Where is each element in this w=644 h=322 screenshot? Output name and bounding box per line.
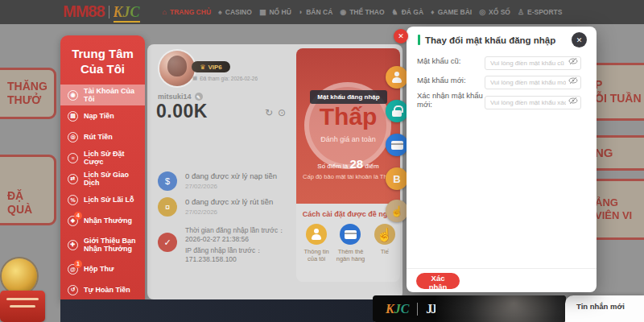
crown-icon: ♛ (200, 64, 205, 71)
nav-item-fishing[interactable]: ◗ BẮN CÁ (299, 8, 333, 16)
mascot-label[interactable] (0, 291, 45, 322)
account-icon: ◉ (68, 90, 78, 101)
quick-person-icon[interactable] (386, 66, 408, 89)
gold-pot-mascot[interactable] (2, 258, 37, 294)
jj-logo: JJ (426, 302, 436, 316)
nav-item-cockfight[interactable]: ♞ ĐÁ GÀ (392, 8, 423, 16)
piggy-bank-icon: $ (158, 171, 177, 191)
nav-item-lottery[interactable]: ◎ XỔ SỐ (479, 8, 510, 16)
sidebar-item-mailbox[interactable]: @ 1 Hộp Thư (60, 258, 145, 279)
esports-icon: ♙ (518, 8, 524, 16)
username-row: mitsuki14 ✎ (158, 93, 203, 101)
promo-banner-left-1[interactable]: THĂNG THƯỞ (0, 68, 56, 119)
withdraw-icon: ◎ (68, 132, 78, 142)
shield-check-icon: ✓ (158, 233, 177, 252)
confirm-button[interactable]: Xác nhận (416, 273, 460, 289)
sidebar-item-deposit[interactable]: ▤ Nạp Tiền (60, 105, 145, 126)
promo-banner-left-2[interactable]: ĐẶ QUÀ (0, 155, 56, 225)
nav-item-sports[interactable]: ◉ THỂ THAO (340, 8, 384, 16)
promo-text: THƯỞ (7, 93, 54, 107)
security-suggestions: Cách cài đặt được đề nghị Thông tin của … (296, 204, 400, 282)
toggle-balance-visibility-icon[interactable]: ⊙ (278, 107, 286, 118)
new-message-title: Tin nhắn mới (576, 302, 644, 311)
nav-item-slots[interactable]: ▦ NỔ HŨ (259, 8, 291, 16)
logo-divider (109, 6, 109, 19)
security-panel-gradient: Mật khẩu đăng nhập Thấp Đánh giá an toàn… (296, 48, 400, 204)
footer-strip (60, 299, 374, 322)
security-score-line: Số điểm là 28 điểm (296, 157, 400, 171)
main-nav: ⌂ TRANG CHỦ ♠ CASINO ▦ NỔ HŨ ◗ BẮN CÁ ◉ … (163, 8, 563, 16)
user-avatar[interactable] (159, 51, 195, 86)
security-level-line: Cấp độ bảo mật tài khoản là Thấp (296, 173, 400, 180)
footer-kjc-banner[interactable]: KJC JJ (373, 295, 566, 322)
person-icon (306, 224, 327, 245)
security-level-text: Thấp (296, 103, 400, 130)
balance-amount: 0.00K (156, 101, 208, 122)
confirm-password-row: Xác nhận mật khẩu mới: (417, 93, 586, 107)
sidebar-item-rebate[interactable]: ↺ Tự Hoàn Tiền (60, 279, 145, 300)
quick-coin-icon[interactable]: B (386, 167, 408, 190)
nav-item-esports[interactable]: ♙ E-SPORTS (518, 8, 563, 16)
player-photo (436, 295, 566, 322)
confirm-password-label: Xác nhận mật khẩu mới: (417, 91, 485, 109)
refresh-balance-icon[interactable]: ↻ (265, 107, 273, 118)
old-password-row: Mật khẩu cũ: (417, 53, 586, 68)
bank-card-icon (340, 224, 361, 245)
vip-badge: ♛ VIP6 (192, 61, 230, 72)
promo-text: THĂNG (7, 80, 54, 93)
nav-label: ĐÁ GÀ (402, 8, 423, 16)
last-login-ip: IP đăng nhập lần trước： 171.238.158.100 (185, 246, 298, 264)
edit-username-icon[interactable]: ✎ (195, 93, 203, 101)
modal-close-icon[interactable]: ✕ (572, 32, 587, 47)
new-password-input[interactable] (485, 76, 581, 89)
nav-label: E-SPORTS (527, 8, 562, 16)
vip-level-text: VIP6 (208, 64, 221, 71)
old-password-input[interactable] (485, 56, 581, 70)
site-logo[interactable]: MM88 KJC (63, 2, 140, 23)
sidebar-menu: ◉ Tài Khoản Của Tôi ▤ Nạp Tiền ◎ Rút Tiề… (60, 85, 145, 300)
nav-label: THỂ THAO (349, 8, 384, 16)
action-add-bank-card[interactable]: Thêm thẻ ngân hàng (335, 224, 365, 262)
promo-text: P (595, 78, 644, 92)
quick-bank-card-icon[interactable] (386, 134, 408, 156)
nav-label: XỔ SỐ (489, 8, 510, 16)
reward-badge: 4 (74, 212, 82, 220)
balance-tools: ↻ ⊙ (265, 107, 286, 118)
sidebar-item-bet-history[interactable]: ≡ Lịch Sử Đặt Cược (60, 147, 145, 168)
bet-history-icon: ≡ (68, 153, 78, 163)
confirm-password-input[interactable] (485, 96, 581, 109)
modal-header: Thay đổi mật khẩu đăng nhập (418, 35, 555, 45)
modal-outer-close-icon[interactable]: ✕ (394, 29, 408, 43)
promo-text: NG (595, 146, 644, 160)
sidebar-item-transaction-history[interactable]: ⇄ Lịch Sử Giao Dịch (60, 168, 145, 189)
nav-item-casino[interactable]: ♠ CASINO (218, 8, 252, 16)
sidebar-item-rewards[interactable]: ◈ 4 Nhận Thưởng (60, 210, 145, 231)
change-password-modal: Thay đổi mật khẩu đăng nhập ✕ Mật khẩu c… (407, 27, 597, 292)
eye-slash-icon[interactable] (568, 76, 578, 85)
title-accent-bar (418, 35, 420, 45)
quick-hand-icon[interactable]: ☝ (386, 200, 408, 222)
new-message-card[interactable]: Tin nhắn mới (565, 295, 644, 322)
withdraw-status-text: 0 đang được xử lý rút tiền (185, 197, 273, 206)
sidebar-item-my-account[interactable]: ◉ Tài Khoản Của Tôi (60, 85, 145, 105)
last-login-row: ✓ Thời gian đăng nhập lần trước： 2026-02… (158, 226, 298, 264)
referral-icon: ✚ (68, 240, 78, 250)
quick-lock-icon[interactable] (386, 100, 408, 122)
sidebar-item-referral[interactable]: ✚ Giới Thiệu Bạn Nhận Thưởng (60, 231, 145, 258)
security-tooltip: Mật khẩu đăng nhập (310, 90, 387, 104)
eye-slash-icon[interactable] (568, 56, 578, 66)
promo-text: VIÊN VI (595, 209, 644, 222)
reward-icon: ◈ 4 (68, 216, 78, 226)
old-password-label: Mật khẩu cũ: (417, 56, 485, 65)
mailbox-icon: @ 1 (68, 264, 78, 275)
sidebar-item-withdraw[interactable]: ◎ Rút Tiền (60, 126, 145, 147)
nav-item-home[interactable]: ⌂ TRANG CHỦ (163, 8, 211, 16)
transaction-history-icon: ⇄ (68, 174, 78, 184)
sidebar-item-profit-loss[interactable]: % Lịch Sử Lãi Lỗ (60, 189, 145, 210)
hand-icon: ☝ (374, 224, 395, 245)
nav-item-cards[interactable]: ♦ GAME BÀI (431, 8, 472, 16)
action-truncated[interactable]: ☝ Tiế (369, 224, 400, 262)
home-icon: ⌂ (163, 8, 167, 16)
eye-slash-icon[interactable] (568, 96, 578, 105)
action-my-info[interactable]: Thông tin của tôi (301, 224, 332, 262)
